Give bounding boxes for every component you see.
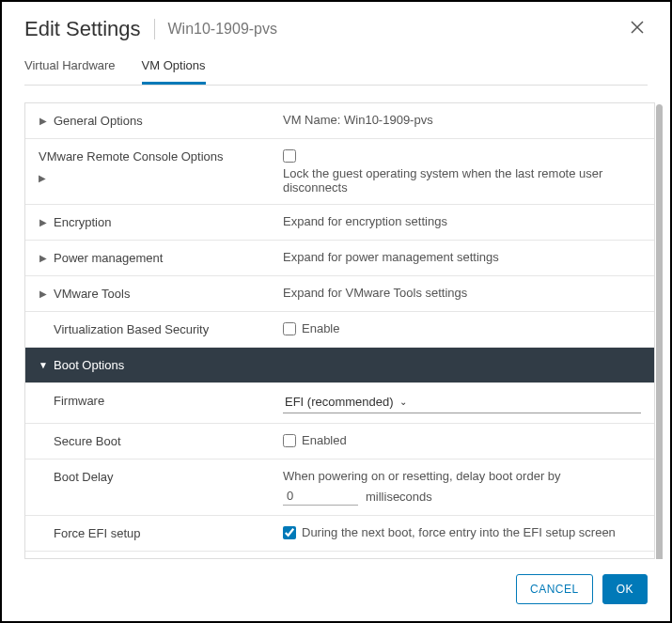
content-wrapper: ▶ General Options VM Name: Win10-1909-pv…	[24, 102, 664, 559]
dialog-vm-name: Win10-1909-pvs	[168, 21, 278, 38]
chevron-right-icon: ▶	[39, 217, 48, 227]
desc-force: During the next boot, force entry into t…	[302, 525, 616, 539]
row-general-options[interactable]: ▶ General Options VM Name: Win10-1909-pv…	[25, 103, 654, 139]
checkbox-secure-boot[interactable]	[283, 434, 296, 447]
vbs-enable-label: Enable	[302, 321, 339, 335]
chevron-right-icon: ▶	[39, 173, 46, 183]
desc-delay: When powering on or resetting, delay boo…	[283, 469, 641, 483]
unit-delay: milliseconds	[366, 490, 432, 504]
label-vbs: Virtualization Based Security	[39, 322, 209, 336]
dialog-footer: CANCEL OK	[2, 565, 670, 621]
chevron-right-icon: ▶	[39, 253, 48, 263]
label-force: Force EFI setup	[39, 526, 140, 540]
desc-remote: Lock the guest operating system when the…	[283, 166, 641, 195]
label-general: General Options	[54, 114, 143, 128]
settings-list: ▶ General Options VM Name: Win10-1909-pv…	[24, 102, 655, 559]
row-power-management[interactable]: ▶ Power management Expand for power mana…	[25, 241, 654, 276]
row-encryption[interactable]: ▶ Encryption Expand for encryption setti…	[25, 205, 654, 241]
scrollbar-thumb[interactable]	[656, 104, 663, 559]
tab-vm-options[interactable]: VM Options	[142, 51, 206, 85]
row-boot-delay: Boot Delay When powering on or resetting…	[25, 459, 654, 516]
input-boot-delay[interactable]	[283, 487, 358, 506]
label-power: Power management	[54, 251, 163, 265]
edit-settings-dialog: Edit Settings Win10-1909-pvs Virtual Har…	[2, 2, 670, 621]
value-encryption: Expand for encryption settings	[283, 214, 641, 228]
label-secure: Secure Boot	[39, 434, 121, 448]
row-vmware-tools[interactable]: ▶ VMware Tools Expand for VMware Tools s…	[25, 276, 654, 312]
row-remote-console[interactable]: VMware Remote Console Options ▶ Lock the…	[25, 139, 654, 205]
secure-enabled-label: Enabled	[302, 433, 347, 447]
tab-virtual-hardware[interactable]: Virtual Hardware	[24, 51, 116, 85]
row-failed-boot: Failed Boot Recovery If the VM fails to …	[25, 552, 654, 559]
dialog-header: Edit Settings Win10-1909-pvs	[2, 2, 670, 51]
chevron-right-icon: ▶	[39, 116, 48, 126]
value-power: Expand for power management settings	[283, 250, 641, 264]
value-tools: Expand for VMware Tools settings	[283, 286, 641, 300]
ok-button[interactable]: OK	[602, 574, 648, 604]
header-divider	[154, 19, 155, 39]
checkbox-lock-guest[interactable]	[283, 149, 296, 163]
header-left: Edit Settings Win10-1909-pvs	[24, 17, 277, 41]
row-force-efi: Force EFI setup During the next boot, fo…	[25, 516, 654, 552]
firmware-value: EFI (recommended)	[285, 395, 394, 409]
label-delay: Boot Delay	[39, 470, 114, 484]
label-remote: VMware Remote Console Options	[39, 149, 224, 164]
checkbox-force-efi[interactable]	[283, 526, 296, 539]
row-secure-boot: Secure Boot Enabled	[25, 424, 654, 459]
cancel-button[interactable]: CANCEL	[516, 574, 593, 604]
scrollbar[interactable]	[655, 102, 664, 559]
value-general: VM Name: Win10-1909-pvs	[283, 113, 641, 127]
row-vbs: Virtualization Based Security Enable	[25, 312, 654, 348]
chevron-down-icon: ⌄	[399, 397, 407, 407]
label-boot: Boot Options	[54, 358, 124, 372]
dialog-title: Edit Settings	[24, 17, 141, 41]
checkbox-vbs-enable[interactable]	[283, 322, 296, 335]
label-firmware: Firmware	[39, 394, 104, 408]
row-firmware: Firmware EFI (recommended) ⌄	[25, 383, 654, 424]
chevron-down-icon: ▼	[39, 360, 48, 370]
select-firmware[interactable]: EFI (recommended) ⌄	[283, 393, 641, 413]
close-button[interactable]	[627, 17, 648, 41]
label-encryption: Encryption	[54, 215, 111, 229]
close-icon	[631, 21, 644, 34]
label-tools: VMware Tools	[54, 287, 130, 301]
tabs: Virtual Hardware VM Options	[24, 51, 648, 86]
row-boot-options[interactable]: ▼ Boot Options	[25, 348, 654, 383]
chevron-right-icon: ▶	[39, 288, 48, 299]
